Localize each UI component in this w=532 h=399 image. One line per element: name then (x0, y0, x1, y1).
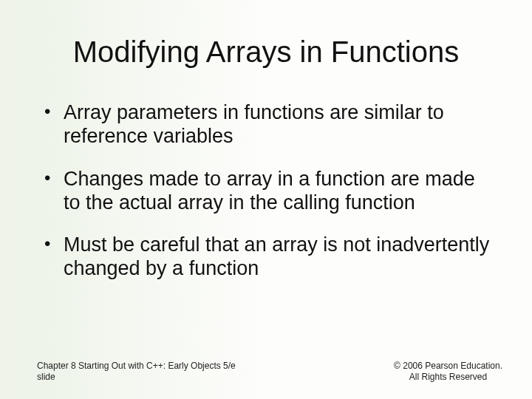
bullet-item: Array parameters in functions are simila… (43, 101, 495, 149)
footer-slide-label: slide (37, 372, 236, 383)
footer-right: © 2006 Pearson Education. All Rights Res… (394, 361, 502, 383)
footer-chapter: Chapter 8 Starting Out with C++: Early O… (37, 361, 236, 372)
bullet-list: Array parameters in functions are simila… (37, 101, 495, 281)
footer-rights: All Rights Reserved (394, 372, 502, 383)
slide-footer: Chapter 8 Starting Out with C++: Early O… (37, 361, 502, 383)
slide-title: Modifying Arrays in Functions (37, 35, 495, 69)
bullet-item: Must be careful that an array is not ina… (43, 233, 495, 281)
bullet-item: Changes made to array in a function are … (43, 168, 495, 215)
slide: Modifying Arrays in Functions Array para… (0, 0, 532, 399)
footer-left: Chapter 8 Starting Out with C++: Early O… (37, 361, 236, 383)
footer-copyright: © 2006 Pearson Education. (394, 361, 502, 372)
